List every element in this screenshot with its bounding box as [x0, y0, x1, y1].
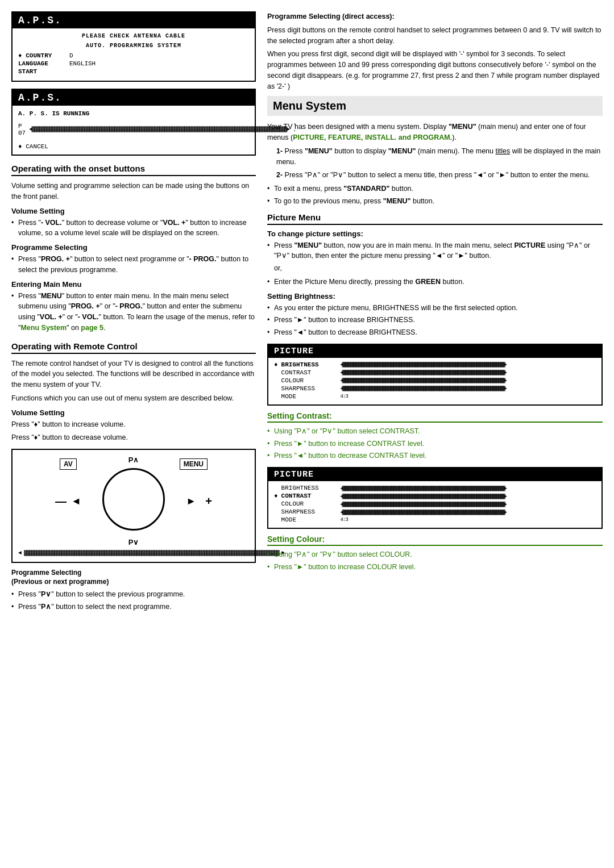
aps-progress-bar: ◄▓▓▓▓▓▓▓▓▓▓▓▓▓▓▓▓▓▓▓▓▓▓▓▓▓▓▓▓▓▓▓▓▓▓▓▓▓▓▓… [29, 127, 289, 132]
right-arrow-button[interactable]: ► [186, 495, 196, 507]
remote-volume-heading: Volume Setting [11, 408, 256, 417]
contrast-bullet-3: Press "◄" button to decrease CONTRAST le… [267, 450, 603, 461]
p-up-label: P∧ [128, 456, 139, 464]
aps-language-value: ENGLISH [69, 60, 96, 67]
sharpness-label-1: SHARPNESS [281, 385, 338, 392]
contrast-bar-2: ◄▓▓▓▓▓▓▓▓▓▓▓▓▓▓▓▓▓▓▓▓▓▓▓▓▓▓▓▓▓▓▓▓▓▓▓▓▓▓▓… [341, 494, 596, 499]
aps-title-2: A.P.S. [13, 90, 255, 106]
remote-heading: Operating with Remote Control [11, 341, 256, 354]
brightness-bullet-2: Press "►" button to increase BRIGHTNESS. [267, 315, 603, 326]
left-column: A.P.S. PLEASE CHECK ANTENNA CABLE AUTO. … [11, 11, 256, 857]
aps-title-1: A.P.S. [13, 12, 255, 28]
volume-bullet: Press "- VOL." button to decrease volume… [11, 218, 256, 239]
aps-country-row: ♦ COUNTRY D [18, 52, 249, 59]
left-arrow-button[interactable]: ◄ [71, 495, 81, 507]
vol-increase-text: Press "♦" button to increase volume. [11, 419, 256, 430]
colour-bar-1: ◄▓▓▓▓▓▓▓▓▓▓▓▓▓▓▓▓▓▓▓▓▓▓▓▓▓▓▓▓▓▓▓▓▓▓▓▓▓▓▓… [341, 378, 596, 383]
picture-menu-bullet-1: Press "MENU" button, now you are in main… [267, 240, 603, 262]
aps-p07-label: P 07 [18, 123, 26, 136]
prog-selecting-bullet: Press "PROG. +" button to select next pr… [11, 254, 256, 276]
direct-access-section: Programme Selecting (direct access): Pre… [267, 11, 603, 91]
aps-country-label: ♦ COUNTRY [18, 52, 69, 59]
entering-main-menu-bullet: Press "MENU" button to enter main menu. … [11, 291, 256, 333]
aps-country-value: D [69, 52, 73, 59]
picture-row-contrast-2: ♦ CONTRAST ◄▓▓▓▓▓▓▓▓▓▓▓▓▓▓▓▓▓▓▓▓▓▓▓▓▓▓▓▓… [274, 493, 596, 499]
p-down-label: P∨ [128, 538, 139, 546]
brightness-bar-2: ◄▓▓▓▓▓▓▓▓▓▓▓▓▓▓▓▓▓▓▓▓▓▓▓▓▓▓▓▓▓▓▓▓▓▓▓▓▓▓▓… [341, 486, 596, 491]
picture-title-1: PICTURE [268, 345, 601, 358]
remote-status-bar: ◄ ▓▓▓▓▓▓▓▓▓▓▓▓▓▓▓▓▓▓▓▓▓▓▓▓▓▓▓▓▓▓▓▓▓▓▓▓▓▓… [18, 550, 249, 556]
direct-access-para1: Press digit buttons on the remote contro… [267, 25, 603, 47]
aps-p07-row: P 07 ◄▓▓▓▓▓▓▓▓▓▓▓▓▓▓▓▓▓▓▓▓▓▓▓▓▓▓▓▓▓▓▓▓▓▓… [18, 119, 249, 140]
mode-label-2: MODE [281, 516, 338, 523]
brightness-label: BRIGHTNESS [281, 361, 338, 368]
aps-content-1: PLEASE CHECK ANTENNA CABLE AUTO. PROGRAM… [13, 28, 255, 81]
onset-intro: Volume setting and programme selection c… [11, 181, 256, 202]
picture-row-brightness-2: ♦ BRIGHTNESS ◄▓▓▓▓▓▓▓▓▓▓▓▓▓▓▓▓▓▓▓▓▓▓▓▓▓▓… [274, 485, 596, 491]
aps-header-2: AUTO. PROGRAMMING SYSTEM [18, 43, 249, 49]
picture-menu-or: or, [274, 263, 603, 274]
picture-row-sharpness-1: ♦ SHARPNESS ◄▓▓▓▓▓▓▓▓▓▓▓▓▓▓▓▓▓▓▓▓▓▓▓▓▓▓▓… [274, 385, 596, 392]
sharpness-label-2: SHARPNESS [281, 508, 338, 515]
aps-cancel[interactable]: ♦ CANCEL [18, 143, 249, 150]
next-prog-bullet: Press "P∧" button to select the next pro… [11, 602, 256, 612]
onset-heading: Operating with the onset buttons [11, 164, 256, 176]
brightness-label-2: BRIGHTNESS [281, 485, 338, 491]
brightness-arrow: ♦ [274, 361, 278, 368]
colour-bar-2: ◄▓▓▓▓▓▓▓▓▓▓▓▓▓▓▓▓▓▓▓▓▓▓▓▓▓▓▓▓▓▓▓▓▓▓▓▓▓▓▓… [341, 502, 596, 507]
brightness-bullet-1: As you enter the picture menu, BRIGHTNES… [267, 303, 603, 314]
picture-row-sharpness-2: ♦ SHARPNESS ◄▓▓▓▓▓▓▓▓▓▓▓▓▓▓▓▓▓▓▓▓▓▓▓▓▓▓▓… [274, 508, 596, 515]
vol-decrease-text: Press "♦" button to decrease volume. [11, 432, 256, 443]
colour-label-2: COLOUR [281, 500, 338, 507]
brightness-bar: ◄▓▓▓▓▓▓▓▓▓▓▓▓▓▓▓▓▓▓▓▓▓▓▓▓▓▓▓▓▓▓▓▓▓▓▓▓▓▓▓… [341, 362, 596, 367]
aps-start-row: START [18, 68, 249, 75]
picture-box-1: PICTURE ♦ BRIGHTNESS ◄▓▓▓▓▓▓▓▓▓▓▓▓▓▓▓▓▓▓… [267, 344, 603, 406]
menu-button[interactable]: MENU [180, 458, 208, 470]
vol-plus-button[interactable]: + [205, 495, 212, 508]
setting-colour-heading: Setting Colour: [267, 535, 603, 546]
av-button[interactable]: AV [60, 458, 77, 470]
prev-menu-bullet: To go to the previous menu, press "MENU"… [267, 196, 603, 207]
nav-circle [102, 468, 165, 531]
menu-item-1: 1- Press "MENU" button to display "MENU"… [267, 146, 603, 168]
picture-row-mode-1: ♦ MODE 4:3 [274, 393, 596, 400]
picture-menu-bullet-2: Enter the Picture Menu directly, pressin… [267, 277, 603, 287]
prog-selecting-heading: Programme Selecting [11, 243, 256, 252]
menu-system-heading: Menu System [267, 96, 603, 116]
picture-row-mode-2: ♦ MODE 4:3 [274, 516, 596, 523]
exit-menu-bullet: To exit a menu, press "STANDARD" button. [267, 183, 603, 194]
contrast-bullet-1: Using "P∧" or "P∨" button select CONTRAS… [267, 426, 603, 437]
picture-row-contrast-1: ♦ CONTRAST ◄▓▓▓▓▓▓▓▓▓▓▓▓▓▓▓▓▓▓▓▓▓▓▓▓▓▓▓▓… [274, 369, 596, 376]
status-bar-fill: ▓▓▓▓▓▓▓▓▓▓▓▓▓▓▓▓▓▓▓▓▓▓▓▓▓▓▓▓▓▓▓▓▓▓▓▓▓▓▓▓… [24, 550, 279, 556]
direct-access-para2: When you press first digit, second digit… [267, 49, 603, 91]
direct-access-heading: Programme Selecting (direct access): [267, 12, 395, 20]
sharpness-bar-2: ◄▓▓▓▓▓▓▓▓▓▓▓▓▓▓▓▓▓▓▓▓▓▓▓▓▓▓▓▓▓▓▓▓▓▓▓▓▓▓▓… [341, 510, 596, 515]
remote-functions: Functions which you can use out of menu … [11, 393, 256, 404]
picture-box-2: PICTURE ♦ BRIGHTNESS ◄▓▓▓▓▓▓▓▓▓▓▓▓▓▓▓▓▓▓… [267, 467, 603, 529]
contrast-label-2: CONTRAST [281, 493, 338, 499]
vol-minus-button[interactable]: — [55, 495, 67, 508]
prev-prog-bullet: Press "P∨" button to select the previous… [11, 589, 256, 600]
setting-brightness-heading: Setting Brightness: [267, 292, 603, 301]
prog-select-heading: Programme Selecting [11, 569, 256, 577]
menu-system-intro: Your TV has been designed with a menu sy… [267, 122, 603, 143]
remote-intro: The remote control handset of your TV is… [11, 358, 256, 390]
contrast-bullet-2: Press "►" button to increase CONTRAST le… [267, 439, 603, 449]
right-column: Programme Selecting (direct access): Pre… [267, 11, 603, 857]
picture-title-2: PICTURE [268, 468, 601, 481]
entering-main-menu-heading: Entering Main Menu [11, 280, 256, 289]
aps-language-label: LANGUAGE [18, 60, 69, 67]
aps-box-1: A.P.S. PLEASE CHECK ANTENNA CABLE AUTO. … [11, 11, 256, 82]
setting-contrast-heading: Setting Contrast: [267, 411, 603, 423]
aps-language-row: LANGUAGE ENGLISH [18, 60, 249, 67]
colour-bullet-2: Press "►" button to increase COLOUR leve… [267, 562, 603, 573]
aps-start-label: START [18, 68, 69, 75]
picture-content-1: ♦ BRIGHTNESS ◄▓▓▓▓▓▓▓▓▓▓▓▓▓▓▓▓▓▓▓▓▓▓▓▓▓▓… [268, 358, 601, 404]
volume-setting-heading: Volume Setting [11, 207, 256, 215]
aps-running-text: A. P. S. IS RUNNING [18, 110, 249, 117]
status-left-arrow: ◄ [18, 550, 22, 556]
to-change-heading: To change picture settings: [267, 229, 603, 238]
contrast-arrow-2: ♦ [274, 493, 278, 499]
aps-content-2: A. P. S. IS RUNNING P 07 ◄▓▓▓▓▓▓▓▓▓▓▓▓▓▓… [13, 106, 255, 155]
remote-nav-area: AV MENU P∧ ◄ — ► + P∨ [54, 456, 213, 546]
